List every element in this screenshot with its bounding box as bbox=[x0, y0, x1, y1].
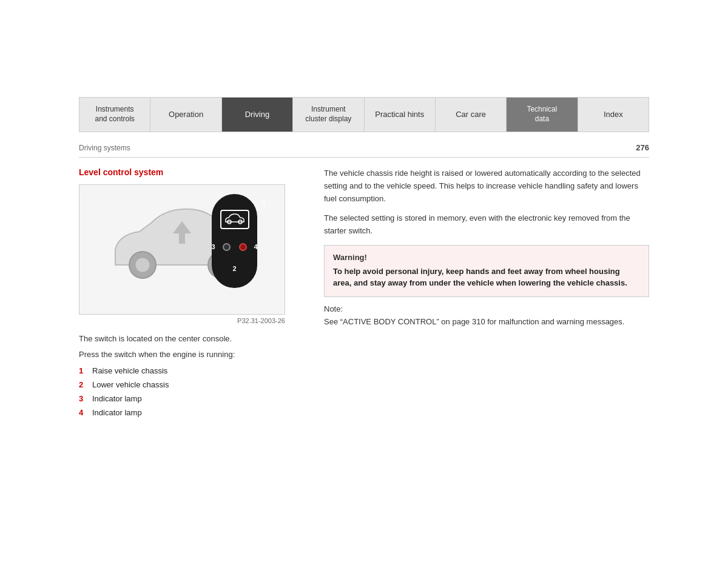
navigation-bar: Instruments and controls Operation Drivi… bbox=[79, 97, 649, 132]
list-item: 4 Indicator lamp bbox=[79, 408, 309, 417]
switch-dot-4 bbox=[239, 243, 247, 251]
note-text: See “ACTIVE BODY CONTROL” on page 310 fo… bbox=[324, 316, 649, 328]
breadcrumb-bar: Driving systems 276 bbox=[79, 138, 649, 158]
list-number-4: 4 bbox=[79, 408, 92, 417]
list-number-3: 3 bbox=[79, 394, 92, 403]
list-item: 2 Lower vehicle chassis bbox=[79, 380, 309, 389]
page-number: 276 bbox=[636, 143, 649, 152]
nav-label-instrument-cluster: Instrument cluster display bbox=[305, 105, 351, 124]
warning-box: Warning! To help avoid personal injury, … bbox=[324, 245, 649, 297]
right-column: The vehicle chassis ride height is raise… bbox=[324, 167, 649, 422]
body-text-2: The selected setting is stored in memory… bbox=[324, 212, 649, 238]
switch-num-4: 4 bbox=[254, 243, 257, 250]
list-number-2: 2 bbox=[79, 380, 92, 389]
switch-num-3: 3 bbox=[212, 243, 215, 250]
warning-text: To help avoid personal injury, keep hand… bbox=[333, 266, 640, 289]
nav-label-technical-data: Technical data bbox=[527, 105, 557, 124]
nav-car-care[interactable]: Car care bbox=[436, 98, 507, 132]
list-text-1: Raise vehicle chassis bbox=[92, 366, 167, 375]
instruction-2: Press the switch when the engine is runn… bbox=[79, 349, 309, 361]
nav-label-car-care: Car care bbox=[456, 110, 486, 120]
nav-instruments[interactable]: Instruments and controls bbox=[79, 98, 150, 132]
switch-num-1: 1 bbox=[262, 199, 266, 206]
switch-dot-3 bbox=[223, 243, 231, 251]
nav-label-driving: Driving bbox=[245, 110, 269, 120]
svg-point-1 bbox=[136, 259, 149, 271]
switch-dots-row: 3 4 bbox=[223, 243, 247, 251]
nav-operation[interactable]: Operation bbox=[150, 98, 221, 132]
instruction-1: The switch is located on the center cons… bbox=[79, 333, 309, 345]
list-number-1: 1 bbox=[79, 366, 92, 375]
main-content: Level control system bbox=[79, 167, 649, 422]
nav-label-index: Index bbox=[604, 110, 623, 120]
nav-label-operation: Operation bbox=[169, 110, 203, 120]
list-item: 1 Raise vehicle chassis bbox=[79, 366, 309, 375]
nav-label-instruments: Instruments and controls bbox=[95, 105, 135, 124]
car-icon-svg bbox=[224, 213, 246, 226]
left-column: Level control system bbox=[79, 167, 309, 422]
switch-car-icon bbox=[220, 210, 249, 229]
numbered-list: 1 Raise vehicle chassis 2 Lower vehicle … bbox=[79, 366, 309, 417]
nav-index[interactable]: Index bbox=[578, 98, 649, 132]
switch-num-2: 2 bbox=[232, 265, 236, 272]
diagram-image: 1 3 bbox=[79, 184, 285, 315]
list-text-2: Lower vehicle chassis bbox=[92, 380, 169, 389]
image-caption: P32.31-2003-26 bbox=[79, 317, 285, 324]
list-item: 3 Indicator lamp bbox=[79, 394, 309, 403]
nav-technical-data[interactable]: Technical data bbox=[507, 98, 578, 132]
list-text-3: Indicator lamp bbox=[92, 394, 142, 403]
note-label: Note: bbox=[324, 304, 649, 313]
nav-label-practical-hints: Practical hints bbox=[375, 110, 424, 120]
content-area: Driving systems 276 Level control system bbox=[79, 132, 649, 428]
body-text-1: The vehicle chassis ride height is raise… bbox=[324, 167, 649, 205]
breadcrumb: Driving systems bbox=[79, 144, 130, 152]
section-title: Level control system bbox=[79, 167, 309, 177]
warning-title: Warning! bbox=[333, 253, 640, 262]
list-text-4: Indicator lamp bbox=[92, 408, 142, 417]
nav-practical-hints[interactable]: Practical hints bbox=[365, 98, 436, 132]
switch-illustration: 1 3 bbox=[212, 194, 257, 288]
nav-instrument-cluster[interactable]: Instrument cluster display bbox=[293, 98, 364, 132]
nav-driving[interactable]: Driving bbox=[222, 98, 293, 132]
